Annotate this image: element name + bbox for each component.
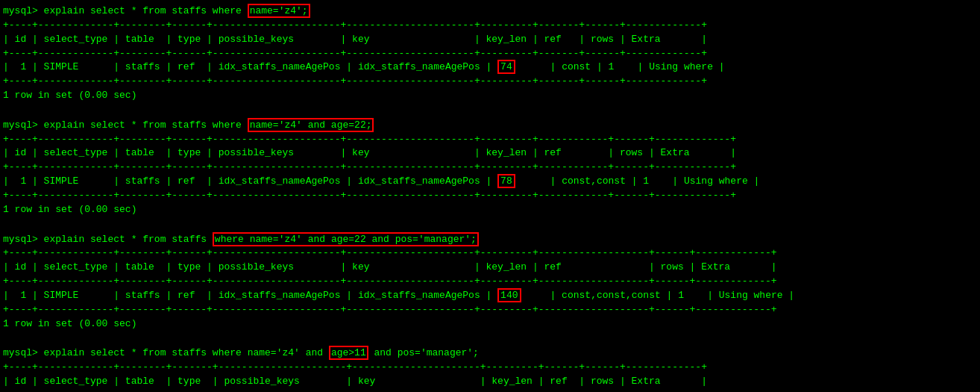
table-border-mid-4: +----+-------------+--------+-------+---… — [3, 389, 977, 392]
terminal: mysql> explain select * from staffs wher… — [0, 0, 980, 392]
query-block-4: mysql> explain select * from staffs wher… — [3, 346, 977, 392]
table-header-2: | id | select_type | table | type | poss… — [3, 146, 977, 161]
keylen-1: 74 — [497, 60, 515, 74]
query-block-1: mysql> explain select * from staffs wher… — [3, 4, 977, 103]
footer-2: 1 row in set (0.00 sec) — [3, 203, 977, 217]
table-border-bot-3: +----+-------------+--------+------+----… — [3, 303, 977, 317]
table-row-3: | 1 | SIMPLE | staffs | ref | idx_staffs… — [3, 289, 977, 303]
keylen-3: 140 — [497, 288, 521, 302]
blank-1 — [3, 105, 977, 119]
prompt-2: mysql> explain select * from staffs wher… — [3, 119, 248, 131]
prompt-1: mysql> explain select * from staffs wher… — [3, 5, 248, 16]
footer-3: 1 row in set (0.00 sec) — [3, 317, 977, 332]
query-line-2: mysql> explain select * from staffs wher… — [3, 119, 977, 133]
prompt-4b: and pos='manager'; — [368, 347, 479, 358]
highlight-3: where name='z4' and age=22 and pos='mana… — [213, 232, 479, 246]
table-border-mid-1: +----+-------------+--------+------+----… — [3, 47, 977, 61]
table-header-4: | id | select_type | table | type | poss… — [3, 375, 977, 389]
query-line-3: mysql> explain select * from staffs wher… — [3, 233, 977, 247]
table-header-3: | id | select_type | table | type | poss… — [3, 261, 977, 275]
table-row-2: | 1 | SIMPLE | staffs | ref | idx_staffs… — [3, 175, 977, 189]
table-header-1: | id | select_type | table | type | poss… — [3, 33, 977, 47]
table-border-top-2: +----+-------------+--------+------+----… — [3, 133, 977, 147]
query-block-2: mysql> explain select * from staffs wher… — [3, 119, 977, 217]
table-border-bot-1: +----+-------------+--------+------+----… — [3, 75, 977, 89]
table-border-mid-3: +----+-------------+--------+------+----… — [3, 275, 977, 289]
table-border-top-3: +----+-------------+--------+------+----… — [3, 246, 977, 261]
query-line-1: mysql> explain select * from staffs wher… — [3, 4, 977, 19]
query-block-3: mysql> explain select * from staffs wher… — [3, 233, 977, 332]
blank-3 — [3, 332, 977, 346]
highlight-4: age>11 — [329, 346, 368, 360]
blank-2 — [3, 219, 977, 233]
table-border-top-1: +----+-------------+--------+------+----… — [3, 19, 977, 33]
table-border-mid-2: +----+-------------+--------+------+----… — [3, 161, 977, 175]
prompt-4: mysql> explain select * from staffs wher… — [3, 347, 329, 358]
prompt-3: mysql> explain select * from staffs — [3, 234, 213, 245]
highlight-1: name='z4'; — [248, 4, 310, 18]
query-line-4: mysql> explain select * from staffs wher… — [3, 346, 977, 361]
highlight-2: name='z4' and age=22; — [248, 118, 374, 132]
keylen-2: 78 — [497, 174, 515, 188]
table-border-top-4: +----+-------------+--------+-------+---… — [3, 361, 977, 375]
table-row-1: | 1 | SIMPLE | staffs | ref | idx_staffs… — [3, 60, 977, 75]
table-border-bot-2: +----+-------------+--------+------+----… — [3, 189, 977, 203]
footer-1: 1 row in set (0.00 sec) — [3, 89, 977, 103]
